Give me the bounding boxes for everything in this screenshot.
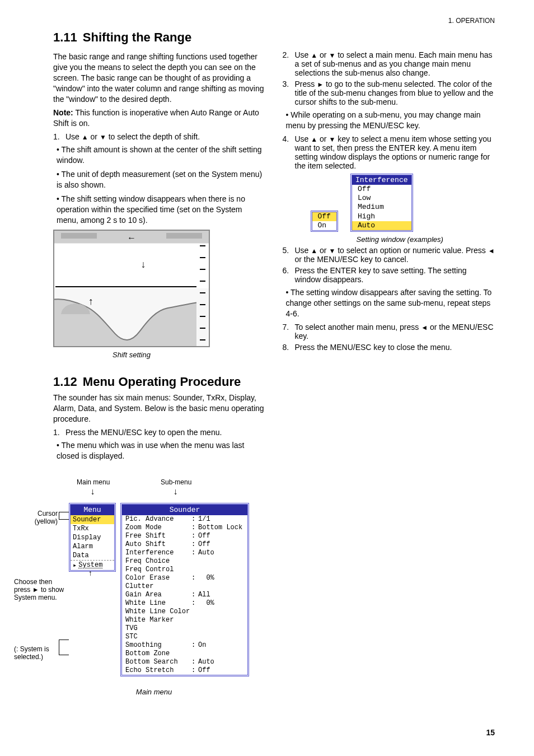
row-colon bbox=[191, 650, 198, 658]
sub-menu-row[interactable]: White Line Color bbox=[122, 608, 247, 616]
main-menu-box: Menu Sounder TxRx Display Alarm Data ▸ S… bbox=[69, 503, 116, 572]
option[interactable]: High bbox=[352, 212, 411, 221]
main-menu-title: Menu bbox=[71, 505, 114, 515]
option[interactable]: Low bbox=[352, 194, 411, 203]
row-value: 0% bbox=[198, 599, 244, 608]
row-key: Bottom Search bbox=[125, 658, 191, 666]
step-text: Use ▲ or ▼ to select the depth of shift. bbox=[65, 132, 266, 141]
step-text: Use ▲ or ▼ to select a main menu. Each m… bbox=[295, 50, 495, 77]
down-arrow-icon: ↓ bbox=[173, 487, 179, 497]
row-colon: : bbox=[191, 574, 198, 582]
row-value: Off bbox=[198, 666, 244, 675]
row-key: Auto Shift bbox=[125, 540, 191, 549]
sub-step-1: 1. Press the MENU/ESC key to open the me… bbox=[53, 428, 266, 437]
main-menu-item[interactable]: TxRx bbox=[71, 524, 114, 533]
sub-menu-row[interactable]: Gain Area:All bbox=[122, 591, 247, 599]
right-caret-icon: ▸ bbox=[73, 561, 77, 570]
option[interactable]: Medium bbox=[352, 203, 411, 212]
sub-menu-row[interactable]: TVG bbox=[122, 624, 247, 633]
row-colon bbox=[191, 566, 198, 574]
row-colon: : bbox=[191, 540, 198, 549]
main-menu-item[interactable]: Display bbox=[71, 533, 114, 542]
step-number: 2. bbox=[283, 50, 292, 77]
sub-menu-box: Sounder Pic. Advance:1/1Zoom Mode:Bottom… bbox=[120, 503, 249, 676]
page-number: 15 bbox=[486, 728, 495, 737]
step-number: 1. bbox=[53, 132, 62, 141]
down-triangle-icon: ▼ bbox=[329, 136, 335, 143]
row-key: Bottom Zone bbox=[125, 650, 191, 658]
sub-menu-row[interactable]: Zoom Mode:Bottom Lock bbox=[122, 524, 247, 532]
step-2: 2. Use ▲ or ▼ to select a main menu. Eac… bbox=[283, 50, 495, 77]
menu-diagram-caption: Main menu bbox=[53, 688, 255, 696]
sub-menu-row[interactable]: Pic. Advance:1/1 bbox=[122, 515, 247, 524]
row-colon: : bbox=[191, 641, 198, 650]
setting-window-offon: Off On bbox=[311, 211, 338, 232]
step-text: Press the MENU/ESC key to open the menu. bbox=[65, 428, 266, 437]
main-menu-item[interactable]: Sounder bbox=[71, 515, 114, 524]
sub-menu-row[interactable]: Clutter bbox=[122, 582, 247, 591]
row-key: Pic. Advance bbox=[125, 515, 191, 524]
page: 1. OPERATION 1.11 Shifting the Range The… bbox=[0, 0, 534, 756]
label-system-choose: Choose then press ► to show System menu. bbox=[14, 578, 68, 601]
sub-menu-row[interactable]: Color Erase: 0% bbox=[122, 574, 247, 582]
sub-menu-row[interactable]: Bottom Zone bbox=[122, 650, 247, 658]
row-value: All bbox=[198, 591, 244, 599]
row-colon: : bbox=[191, 524, 198, 532]
down-arrow-icon: ↓ bbox=[90, 487, 96, 497]
row-value: On bbox=[198, 641, 244, 650]
option-off[interactable]: Off bbox=[312, 212, 336, 221]
sub-menu-title: Sounder bbox=[122, 505, 247, 515]
sub-menu-row[interactable]: Freq Choice bbox=[122, 557, 247, 566]
sub-menu-row[interactable]: Echo Stretch:Off bbox=[122, 666, 247, 675]
row-key: Echo Stretch bbox=[125, 666, 191, 675]
option[interactable]: Off bbox=[352, 185, 411, 194]
row-value bbox=[198, 624, 244, 633]
example-setting-windows: Off On Interference Off Low Medium High … bbox=[311, 174, 495, 232]
step-text: Press the MENU/ESC key to close the menu… bbox=[295, 343, 495, 352]
label-cursor: Cursor (yellow) bbox=[18, 510, 58, 525]
row-value bbox=[198, 557, 244, 566]
main-menu-item[interactable]: Data bbox=[71, 551, 114, 560]
row-colon: : bbox=[191, 658, 198, 666]
row-colon bbox=[191, 624, 198, 633]
section-number: 1.11 bbox=[53, 30, 77, 45]
row-colon: : bbox=[191, 666, 198, 675]
sub-menu-row[interactable]: Freq Control bbox=[122, 566, 247, 574]
main-menu-item[interactable]: Alarm bbox=[71, 542, 114, 551]
row-value: Auto bbox=[198, 658, 244, 666]
down-triangle-icon: ▼ bbox=[329, 52, 335, 59]
step-4: 4. Use ▲ or ▼ key to select a menu item … bbox=[283, 134, 495, 170]
row-key: Zoom Mode bbox=[125, 524, 191, 532]
row-value: Off bbox=[198, 540, 244, 549]
row-key: White Line Color bbox=[125, 608, 191, 616]
sub-menu-row[interactable]: STC bbox=[122, 633, 247, 641]
shift-setting-figure: ← ↓ ↑ bbox=[53, 230, 210, 347]
sub-menu-row[interactable]: White Marker bbox=[122, 616, 247, 624]
sub-intro: The sounder has six main menus: Sounder,… bbox=[53, 393, 266, 424]
row-colon bbox=[191, 582, 198, 591]
sub-menu-row[interactable]: Auto Shift:Off bbox=[122, 540, 247, 549]
label-main-menu: Main menu bbox=[77, 478, 110, 486]
sub-menu-row[interactable]: Free Shift:Off bbox=[122, 532, 247, 540]
step-5: 5. Use ▲ or ▼ to select an option or num… bbox=[283, 246, 495, 264]
row-key: White Line bbox=[125, 599, 191, 608]
subsection-title: Menu Operating Procedure bbox=[83, 375, 241, 389]
row-value: Bottom Lock bbox=[198, 524, 244, 532]
sub-menu-row[interactable]: Smoothing:On bbox=[122, 641, 247, 650]
right-column: 2. Use ▲ or ▼ to select a main menu. Eac… bbox=[283, 48, 495, 691]
option[interactable]: Auto bbox=[352, 221, 411, 230]
step-number: 8. bbox=[283, 343, 292, 352]
sub-menu-row[interactable]: White Line: 0% bbox=[122, 599, 247, 608]
row-key: Clutter bbox=[125, 582, 191, 591]
sub-menu-row[interactable]: Bottom Search:Auto bbox=[122, 658, 247, 666]
option-on[interactable]: On bbox=[312, 221, 336, 230]
row-key: STC bbox=[125, 633, 191, 641]
label-sub-menu: Sub-menu bbox=[161, 478, 191, 486]
intro-paragraph: The basic range and range shifting funct… bbox=[53, 52, 266, 104]
sub-menu-row[interactable]: Interference:Auto bbox=[122, 549, 247, 557]
step-number: 7. bbox=[283, 323, 292, 340]
bullet: • The shift setting window disappears wh… bbox=[53, 194, 266, 226]
bullet: • While operating on a sub-menu, you may… bbox=[283, 110, 495, 131]
note-text: This function is inoperative when Auto R… bbox=[53, 108, 259, 128]
row-key: Freq Control bbox=[125, 566, 191, 574]
